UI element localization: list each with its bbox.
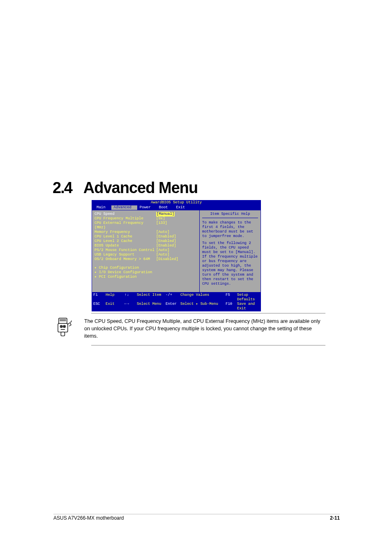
- submenu-chip-config[interactable]: Chip Configuration: [95, 266, 197, 270]
- key-plusminus: -/+: [166, 293, 180, 302]
- setting-label: Memory Frequency: [95, 230, 156, 235]
- submenu-io-device-config[interactable]: I/O Device Configuration: [95, 270, 197, 275]
- bios-footer: F1 Help ↑↓ Select Item -/+ Change Values…: [92, 292, 261, 311]
- svg-point-7: [64, 326, 65, 327]
- note-block: The CPU Speed, CPU Frequency Multiple, a…: [53, 313, 325, 345]
- tab-advanced[interactable]: Advanced: [111, 205, 137, 210]
- key-enter: Enter: [166, 302, 180, 311]
- setting-cpu-ext-freq[interactable]: CPU External Frequency (MHz) [133]: [95, 221, 197, 230]
- divider-top: [91, 313, 325, 313]
- setting-value: [Auto]: [156, 230, 169, 235]
- section-heading: 2.4 Advanced Menu: [53, 179, 198, 197]
- bios-tabs: Main Advanced Power Boot Exit: [92, 205, 261, 210]
- setting-value: [133]: [156, 221, 167, 230]
- key-select-sub-label: Select ▸ Sub-Menu: [180, 302, 226, 311]
- bios-title: AwardBIOS Setup Utility: [92, 200, 261, 205]
- setting-label: BIOS Update: [95, 244, 156, 248]
- svg-rect-9: [61, 332, 65, 336]
- svg-rect-3: [58, 323, 68, 332]
- bios-screenshot: AwardBIOS Setup Utility Main Advanced Po…: [92, 200, 261, 311]
- setting-usb-legacy[interactable]: USB Legacy Support [Auto]: [95, 253, 197, 257]
- key-f5: F5: [226, 293, 237, 302]
- bios-settings-pane: CPU Speed [Manual] CPU Frequency Multipl…: [92, 210, 199, 292]
- tab-boot[interactable]: Boot: [157, 205, 174, 210]
- key-exit-label: Exit: [106, 302, 125, 311]
- setting-label: CPU Frequency Multiple: [95, 216, 156, 221]
- section-title: Advanced Menu: [83, 179, 198, 197]
- setting-label: PS/2 Mouse Function Control: [95, 248, 156, 253]
- help-para-1: To make changes to the first 4 fields, t…: [202, 221, 258, 239]
- key-f1: F1: [93, 293, 106, 302]
- note-text: The CPU Speed, CPU Frequency Multiple, a…: [84, 316, 325, 340]
- svg-point-6: [61, 326, 62, 327]
- key-save-exit-label: Save and Exit: [237, 302, 259, 311]
- setting-cpu-speed[interactable]: CPU Speed [Manual]: [95, 212, 197, 216]
- help-para-2: To set the following 2 fields, the CPU s…: [202, 241, 258, 286]
- page-footer: ASUS A7V266-MX motherboard 2-11: [53, 515, 340, 521]
- setting-value: [Enabled]: [156, 235, 176, 239]
- key-help-label: Help: [106, 293, 125, 302]
- setting-label: CPU Level 1 Cache: [95, 235, 156, 239]
- setting-label: CPU Level 2 Cache: [95, 239, 156, 244]
- setting-cpu-freq-multiple[interactable]: CPU Frequency Multiple [9x]: [95, 216, 197, 221]
- section-number: 2.4: [53, 179, 72, 197]
- setting-value: [Auto]: [156, 248, 169, 253]
- submenu-pci-config[interactable]: PCI Configuration: [95, 275, 197, 279]
- setting-ps2-mouse[interactable]: PS/2 Mouse Function Control [Auto]: [95, 248, 197, 253]
- tab-main[interactable]: Main: [94, 205, 111, 210]
- setting-l1-cache[interactable]: CPU Level 1 Cache [Enabled]: [95, 235, 197, 239]
- setting-label: CPU External Frequency (MHz): [95, 221, 156, 230]
- setting-label: CPU Speed: [95, 212, 156, 216]
- footer-rule: [53, 514, 340, 514]
- setting-bios-update[interactable]: BIOS Update [Enabled]: [95, 244, 197, 248]
- setting-memory-freq[interactable]: Memory Frequency [Auto]: [95, 230, 197, 235]
- key-f10: F10: [226, 302, 237, 311]
- setting-value: [Manual]: [156, 212, 175, 216]
- setting-label: USB Legacy Support: [95, 253, 156, 257]
- setting-value: [Disabled]: [156, 257, 178, 262]
- setting-l2-cache[interactable]: CPU Level 2 Cache [Enabled]: [95, 239, 197, 244]
- key-leftright: ←→: [125, 302, 137, 311]
- bios-help-pane: Item Specific Help To make changes to th…: [199, 210, 261, 292]
- robot-note-icon: [53, 316, 76, 340]
- help-title: Item Specific Help: [202, 212, 258, 218]
- setting-os2-memory[interactable]: OS/2 Onboard Memory > 64M [Disabled]: [95, 257, 197, 262]
- divider-bottom: [91, 345, 325, 345]
- key-updown: ↑↓: [125, 293, 137, 302]
- setting-value: [9x]: [156, 216, 165, 221]
- key-esc: ESC: [93, 302, 106, 311]
- key-change-values-label: Change Values: [180, 293, 226, 302]
- tab-power[interactable]: Power: [137, 205, 157, 210]
- setting-value: [Enabled]: [156, 239, 176, 244]
- setting-label: OS/2 Onboard Memory > 64M: [95, 257, 156, 262]
- tab-exit[interactable]: Exit: [173, 205, 191, 210]
- footer-page-number: 2-11: [330, 515, 340, 521]
- setting-value: [Enabled]: [156, 244, 176, 248]
- key-setup-defaults-label: Setup Defaults: [237, 293, 259, 302]
- key-select-menu-label: Select Menu: [137, 302, 166, 311]
- key-select-item-label: Select Item: [137, 293, 166, 302]
- help-text: To make changes to the first 4 fields, t…: [202, 221, 258, 286]
- setting-value: [Auto]: [156, 253, 169, 257]
- footer-left: ASUS A7V266-MX motherboard: [53, 515, 124, 521]
